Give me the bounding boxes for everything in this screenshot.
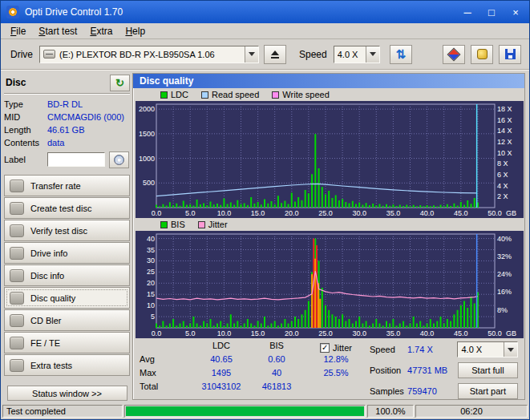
chevron-down-icon[interactable] (245, 46, 258, 63)
svg-text:15.0: 15.0 (251, 329, 265, 337)
svg-text:30.0: 30.0 (352, 329, 366, 337)
info-label-type: Type (4, 99, 47, 109)
toolbar-right-group (443, 45, 521, 64)
minimize-button[interactable]: ─ (455, 2, 479, 22)
utility-icon (477, 49, 488, 59)
refresh-disc-icon: ↻ (115, 78, 124, 88)
menu-item-help[interactable]: Help (119, 24, 152, 38)
svg-text:50.0: 50.0 (488, 209, 502, 217)
sidebar-button-cd-bler[interactable]: CD Bler (4, 309, 130, 331)
svg-text:32%: 32% (497, 252, 512, 260)
write-speed-swatch (272, 91, 279, 99)
svg-text:50.0: 50.0 (488, 329, 502, 337)
menu-item-file[interactable]: File (4, 24, 32, 38)
max-bis: 40 (252, 368, 301, 382)
sidebar-button-label: Disc info (30, 271, 64, 281)
legend-read-speed: Read speed (201, 90, 259, 99)
legend-write-speed: Write speed (272, 90, 330, 99)
avg-ldc: 40.65 (191, 354, 252, 368)
main-panel: Disc quality LDCRead speedWrite speed 50… (132, 73, 525, 400)
sidebar: Disc ↻ TypeBD-R DLMIDCMCMAGDI6 (000)Leng… (4, 73, 130, 400)
sidebar-button-label: Transfer rate (30, 181, 81, 191)
close-button[interactable]: × (504, 2, 528, 22)
jitter-swatch (198, 221, 205, 228)
elapsed-time: 06:20 (415, 405, 528, 418)
start-full-button[interactable]: Start full (458, 362, 518, 378)
panel-title: Disc quality (140, 75, 193, 87)
window-title: Opti Drive Control 1.70 (25, 6, 455, 18)
svg-text:GB: GB (506, 209, 516, 217)
svg-text:25: 25 (147, 268, 155, 276)
sidebar-button-fe-te[interactable]: FE / TE (4, 332, 130, 353)
divider (4, 93, 130, 95)
disc-info-icon (10, 269, 24, 282)
legend-label-ldc: LDC (171, 90, 188, 99)
svg-text:10.0: 10.0 (217, 329, 232, 337)
spacer (138, 341, 191, 354)
chevron-down-icon[interactable] (366, 46, 379, 63)
verify-test-disc-icon (10, 224, 24, 237)
svg-text:12 X: 12 X (497, 138, 512, 146)
svg-text:40%: 40% (497, 235, 512, 243)
sidebar-button-label: Disc quality (30, 293, 75, 303)
sidebar-button-label: Create test disc (30, 204, 91, 213)
jitter-checkbox[interactable]: ✓ (320, 343, 330, 353)
disc-section-title: Disc (4, 77, 26, 88)
info-value-contents: data (47, 138, 64, 147)
max-jitter: 25.5% (301, 368, 370, 382)
drive-select[interactable]: (E:) PLEXTOR BD-R PX-LB950SA 1.06 (39, 46, 259, 63)
svg-text:15: 15 (147, 290, 155, 298)
sidebar-button-create-test-disc[interactable]: Create test disc (4, 197, 130, 219)
info-row-type: TypeBD-R DL (4, 98, 130, 111)
sidebar-button-verify-test-disc[interactable]: Verify test disc (4, 220, 130, 241)
erase-disc-button[interactable] (443, 45, 465, 64)
legend-bis: BIS (160, 220, 185, 229)
save-icon (505, 49, 516, 59)
svg-text:10: 10 (147, 301, 155, 309)
svg-text:35.0: 35.0 (386, 329, 401, 337)
samples-label: Samples (370, 386, 407, 396)
speed-row: Speed 1.74 X 4.0 X (370, 339, 518, 360)
info-label-length: Length (4, 125, 47, 135)
results-right: Speed 1.74 X 4.0 X Position 47731 MB Sta… (370, 339, 518, 402)
sidebar-button-extra-tests[interactable]: Extra tests (4, 354, 130, 376)
test-speed-select[interactable]: 4.0 X (457, 341, 518, 357)
sidebar-button-drive-info[interactable]: Drive info (4, 242, 130, 264)
menu-item-start-test[interactable]: Start test (32, 24, 83, 38)
create-test-disc-icon (10, 202, 24, 215)
speed-select[interactable]: 4.0 X (334, 46, 380, 63)
label-row: Label (4, 151, 130, 168)
disc-label-button[interactable] (109, 151, 129, 168)
legend-label-read-speed: Read speed (212, 90, 259, 99)
sidebar-button-disc-info[interactable]: Disc info (4, 265, 130, 286)
start-part-button[interactable]: Start part (458, 383, 518, 399)
column-header-jitter: ✓ Jitter (301, 341, 370, 354)
maximize-button[interactable]: □ (479, 2, 504, 22)
column-header-ldc: LDC (191, 341, 252, 354)
cd-bler-icon (10, 314, 24, 327)
menubar: FileStart testExtraHelp (1, 23, 529, 39)
speed-select-value: 4.0 X (338, 50, 364, 59)
info-row-contents: Contentsdata (4, 136, 130, 149)
svg-text:2000: 2000 (139, 105, 155, 113)
status-window-button[interactable]: Status window >> (7, 386, 127, 401)
info-label-contents: Contents (4, 138, 47, 147)
refresh-disc-button[interactable]: ↻ (110, 75, 130, 91)
eject-button[interactable] (264, 45, 286, 64)
refresh-drives-button[interactable]: ⇅ (390, 45, 412, 64)
read-speed-swatch (201, 91, 208, 99)
max-ldc: 1495 (191, 368, 252, 382)
position-value: 47731 MB (407, 365, 458, 375)
svg-text:5.0: 5.0 (185, 329, 196, 337)
save-results-button[interactable] (499, 45, 521, 64)
svg-text:10.0: 10.0 (217, 209, 232, 217)
sidebar-button-disc-quality[interactable]: Disc quality (4, 287, 130, 309)
disc-icon (114, 155, 124, 165)
menu-item-extra[interactable]: Extra (83, 24, 119, 38)
label-input[interactable] (47, 152, 105, 167)
svg-text:GB: GB (506, 329, 516, 337)
svg-text:24%: 24% (497, 270, 512, 278)
utility-button[interactable] (471, 45, 493, 64)
chevron-down-icon[interactable] (504, 342, 517, 357)
sidebar-button-transfer-rate[interactable]: Transfer rate (4, 175, 130, 196)
